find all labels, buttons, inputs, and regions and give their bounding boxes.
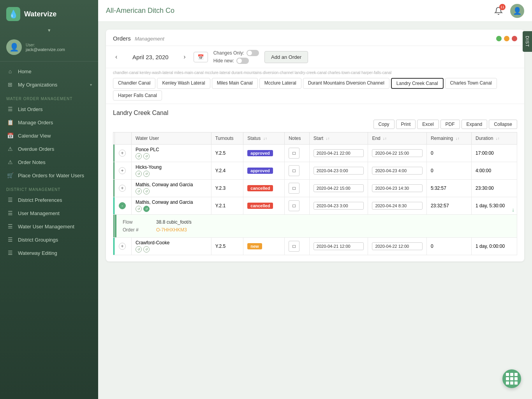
notifications-button[interactable]: 11 [491,4,506,18]
expand-row-btn[interactable]: + [119,150,126,157]
expand-row-btn[interactable]: + [119,185,126,192]
circle-icon-1[interactable]: ↺ [136,171,142,177]
tab-durant-mountains[interactable]: Durant Mountains Diversion Channel [303,78,389,89]
circle-icon-2[interactable]: ↺ [143,206,150,212]
changes-only-toggle[interactable] [247,50,259,56]
canal-tabs: Chandler Canal Kenley Wash Lateral Miles… [106,75,524,104]
col-header-duration[interactable]: Duration ↓↑ [472,132,517,145]
tab-miles-main-canal[interactable]: Miles Main Canal [212,78,258,89]
fab-dot [510,381,513,385]
pdf-button[interactable]: PDF [440,120,460,129]
sidebar-item-my-organizations[interactable]: ⊞ My Organizations ▾ [0,78,98,91]
district-groupings-label: District Groupings [18,237,58,243]
col-header-turnouts[interactable]: Turnouts [211,132,243,145]
col-header-status[interactable]: Status ↓↑ [243,132,285,145]
circle-icon-1[interactable]: ↺ [136,188,142,194]
main-content: All-American Ditch Co 11 👤 DIST Orders M… [98,0,532,399]
user-avatar-header[interactable]: 👤 [510,4,524,18]
col-header-end[interactable]: End ↓↑ [368,132,427,145]
sidebar-item-order-notes[interactable]: ⚠ Order Notes [0,155,98,169]
sidebar-home-label: Home [18,69,32,74]
row-expand-cell[interactable]: - [115,197,132,215]
col-header-remaining[interactable]: Remaining ↓↑ [426,132,471,145]
app-logo[interactable]: 💧 Watervize [0,0,98,26]
sidebar-item-district-preferences[interactable]: ☰ District Preferences [0,193,98,207]
fab-dot [506,381,509,385]
sidebar: 💧 Watervize ▾ 👤 User: jack@watervize.com… [0,0,98,399]
excel-button[interactable]: Excel [417,120,439,129]
sidebar-item-overdue-orders[interactable]: ⚠ Overdue Orders [0,142,98,155]
sidebar-item-home[interactable]: ⌂ Home [0,65,98,78]
circle-icon-1[interactable]: ↺ [136,246,142,252]
notes-button[interactable]: □ [289,241,299,252]
copy-button[interactable]: Copy [373,120,395,129]
col-header-water-user[interactable]: Water User [132,132,211,145]
tab-kenley-wash-lateral[interactable]: Kenley Wash Lateral [157,78,210,89]
row-notes[interactable]: □ [285,180,310,197]
canal-slugs: chandler-canal kenley-wash-lateral miles… [106,68,524,75]
hide-new-slider [236,58,249,64]
row-notes[interactable]: □ [285,197,310,215]
hide-new-toggle-item: Hide new: [213,58,259,64]
hide-new-toggle[interactable] [236,58,249,64]
notes-button[interactable]: □ [289,165,299,176]
sidebar-item-waterway-editing[interactable]: ☰ Waterway Editing [0,246,98,260]
sidebar-item-list-orders[interactable]: ☰ List Orders [0,102,98,116]
tab-charles-town-canal[interactable]: Charles Town Canal [445,78,497,89]
fab-dot [514,373,518,376]
side-panel-tag[interactable]: DIST [523,31,532,52]
row-start: 2020-04-23 3:00 [309,197,368,215]
sidebar-item-manage-orders[interactable]: 📋 Manage Orders [0,116,98,129]
fab-button[interactable] [502,369,521,388]
water-order-section-label: WATER ORDER MANAGEMENT [0,91,98,102]
circle-icon-2[interactable]: ↺ [143,246,150,252]
tab-chandler-canal[interactable]: Chandler Canal [113,78,155,89]
changes-only-toggle-item: Changes Only: [213,50,259,56]
collapse-button[interactable]: Collapse [489,120,517,129]
circle-icon-1[interactable]: ↺ [136,153,142,159]
row-expand-cell[interactable]: + [115,180,132,197]
sort-status: ↓↑ [263,136,267,141]
circle-icon-2[interactable]: ↺ [143,171,150,177]
expand-row-btn[interactable]: + [119,167,126,174]
row-expand-cell[interactable]: + [115,162,132,180]
row-notes[interactable]: □ [285,238,310,255]
tab-harper-falls-canal[interactable]: Harper Falls Canal [113,90,162,101]
circle-icon-2[interactable]: ↺ [143,153,150,159]
expand-row-btn[interactable]: - [119,202,126,209]
status-badge: cancelled [247,185,273,191]
sidebar-chevron[interactable]: ▾ [0,26,98,36]
date-prev-button[interactable]: ‹ [113,53,120,61]
sidebar-item-calendar-view[interactable]: 📅 Calendar View [0,129,98,142]
notes-button[interactable]: □ [289,148,299,159]
circle-icon-1[interactable]: ↺ [136,206,142,212]
row-notes[interactable]: □ [285,162,310,180]
row-expand-cell[interactable]: + [115,238,132,255]
print-button[interactable]: Print [396,120,416,129]
tab-mcclure-lateral[interactable]: Mcclure Lateral [259,78,301,89]
notes-button[interactable]: □ [289,200,299,211]
notes-button[interactable]: □ [289,183,299,194]
date-next-button[interactable]: › [181,53,188,61]
logo-icon: 💧 [6,7,20,21]
row-notes[interactable]: □ [285,145,310,162]
circle-icon-2[interactable]: ↺ [143,188,150,194]
sidebar-user: 👤 User: jack@watervize.com [0,36,98,62]
status-badge: approved [247,168,273,174]
expand-row-btn[interactable]: + [119,243,126,250]
sidebar-item-district-groupings[interactable]: ☰ District Groupings [0,233,98,246]
expand-button[interactable]: Expand [462,120,488,129]
add-order-button[interactable]: Add an Order [264,51,308,63]
water-user-name: Mathis, Conway and Garcia [136,182,207,187]
col-header-start[interactable]: Start ↓↑ [309,132,368,145]
window-dots [496,36,517,41]
sidebar-item-place-orders[interactable]: 🛒 Place Orders for Water Users [0,169,98,182]
sidebar-item-user-management[interactable]: ☰ User Management [0,207,98,220]
tab-landry-creek-canal[interactable]: Landry Creek Canal [391,78,444,89]
row-expand-cell[interactable]: + [115,145,132,162]
row-status: approved [243,162,285,180]
row-remaining: 0 [426,238,471,255]
calendar-button[interactable]: 📅 [194,52,208,62]
row-turnout: Y.2.4 [211,162,243,180]
sidebar-item-water-user-management[interactable]: ☰ Water User Management [0,220,98,233]
